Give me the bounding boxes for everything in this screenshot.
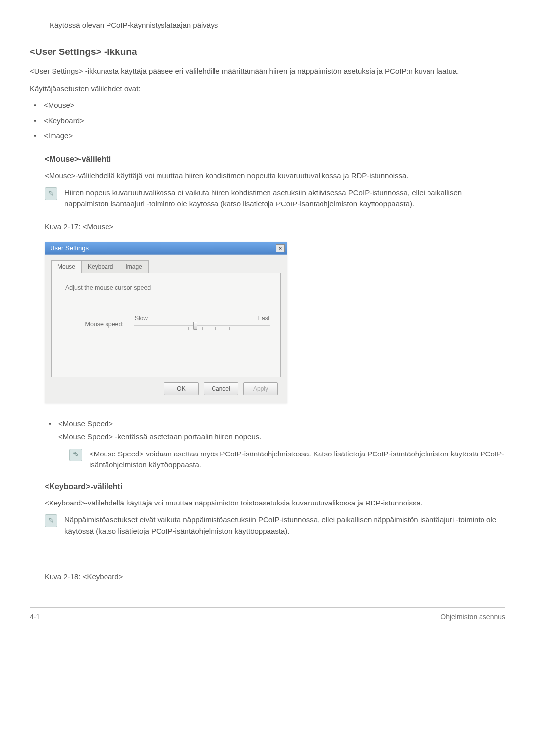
intro-paragraph: <User Settings> -ikkunasta käyttäjä pääs… [30, 66, 505, 77]
slider-ticks [134, 327, 270, 330]
slider-column: Slow Fast [134, 314, 270, 335]
top-caption: Käytössä olevan PCoIP-käynnistyslataajan… [50, 21, 218, 29]
list-item: <Keyboard> [30, 115, 505, 127]
user-settings-dialog: User Settings × Mouse Keyboard Image Adj… [45, 242, 287, 403]
apply-button[interactable]: Apply [243, 382, 278, 395]
mouse-note: ✎ Hiiren nopeus kuvaruutuvalikossa ei va… [45, 187, 505, 209]
close-button[interactable]: × [276, 244, 285, 252]
ok-button[interactable]: OK [164, 382, 199, 395]
keyboard-heading: <Keyboard>-välilehti [45, 481, 505, 493]
footer-right: Ohjelmiston asennus [440, 612, 505, 622]
footer-left: 4-1 [30, 612, 40, 622]
mouse-heading: <Mouse>-välilehti [45, 153, 505, 165]
dialog-body: Mouse Keyboard Image Adjust the mouse cu… [45, 255, 287, 403]
slider-fast-label: Fast [258, 314, 269, 323]
dialog-title: User Settings [50, 243, 89, 253]
figure-caption-mouse: Kuva 2-17: <Mouse> [45, 221, 505, 233]
mouse-section: <Mouse>-välilehti <Mouse>-välilehdellä k… [30, 153, 505, 583]
figure-caption-keyboard: Kuva 2-18: <Keyboard> [45, 571, 505, 583]
slider-row: Mouse speed: Slow Fast [65, 314, 270, 335]
keyboard-note-text: Näppäimistöasetukset eivät vaikuta näppä… [64, 514, 505, 537]
top-caption-row: Käytössä olevan PCoIP-käynnistyslataajan… [30, 20, 505, 31]
dialog-tab-panel: Adjust the mouse cursor speed Mouse spee… [51, 273, 281, 377]
close-icon: × [279, 244, 282, 252]
mouse-speed-note: ✎ <Mouse Speed> voidaan asettaa myös PCo… [58, 449, 505, 471]
note-icon: ✎ [45, 187, 57, 200]
tab-image[interactable]: Image [119, 260, 148, 273]
mouse-speed-title: <Mouse Speed> [58, 418, 505, 430]
dialog-tab-row: Mouse Keyboard Image [51, 260, 281, 273]
tabs-intro: Käyttäjäasetusten välilehdet ovat: [30, 83, 505, 95]
mouse-speed-note-text: <Mouse Speed> voidaan asettaa myös PCoIP… [89, 449, 505, 471]
note-icon: ✎ [45, 514, 57, 527]
mouse-desc: <Mouse>-välilehdellä käyttäjä voi muutta… [45, 170, 505, 182]
tab-mouse[interactable]: Mouse [51, 260, 82, 273]
keyboard-desc: <Keyboard>-välilehdellä käyttäjä voi muu… [45, 498, 505, 509]
mouse-speed-bullet: <Mouse Speed> <Mouse Speed> -kentässä as… [45, 418, 505, 471]
section-title: <User Settings> -ikkuna [30, 45, 505, 59]
slider-label: Mouse speed: [65, 320, 125, 329]
dialog-titlebar: User Settings × [45, 242, 287, 255]
slider-end-labels: Slow Fast [134, 314, 270, 323]
dialog-button-row: OK Cancel Apply [51, 377, 281, 397]
tab-keyboard[interactable]: Keyboard [81, 260, 119, 273]
note-icon: ✎ [69, 449, 82, 461]
mouse-speed-slider[interactable] [134, 325, 270, 335]
cancel-button[interactable]: Cancel [204, 382, 238, 395]
slider-thumb-icon [193, 322, 197, 330]
list-item: <Mouse> [30, 100, 505, 111]
mouse-note-text: Hiiren nopeus kuvaruutuvalikossa ei vaik… [64, 187, 505, 209]
tabs-list: <Mouse> <Keyboard> <Image> [30, 100, 505, 142]
list-item: <Image> [30, 130, 505, 142]
keyboard-note: ✎ Näppäimistöasetukset eivät vaikuta näp… [45, 514, 505, 537]
mouse-speed-body: <Mouse Speed> -kentässä asetetaan portaa… [58, 431, 505, 443]
panel-label: Adjust the mouse cursor speed [65, 283, 270, 293]
slider-slow-label: Slow [135, 314, 148, 323]
page-footer: 4-1 Ohjelmiston asennus [30, 608, 505, 622]
